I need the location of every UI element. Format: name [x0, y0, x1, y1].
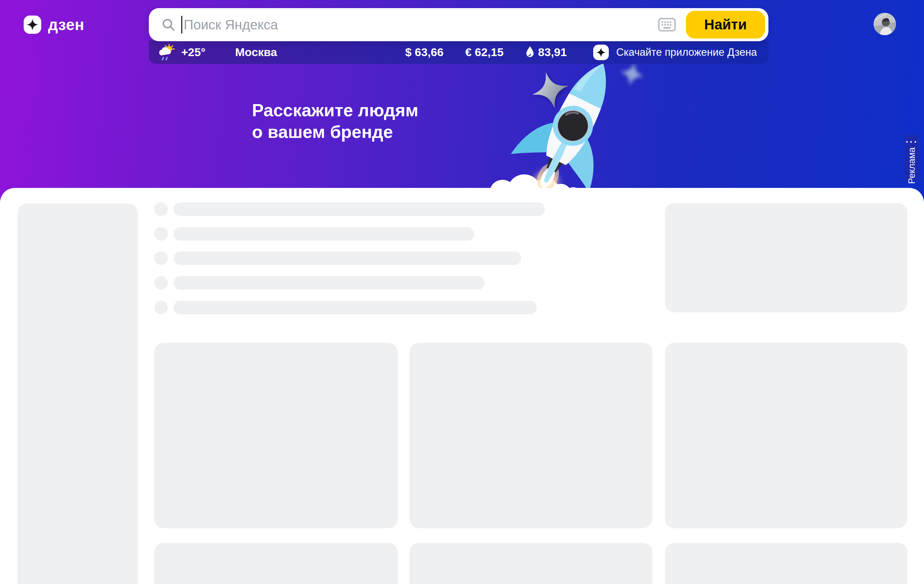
skeleton-bar: [173, 202, 545, 216]
headline-line2: о вашем бренде: [252, 121, 418, 143]
dzen-homepage: дзен Найти: [0, 0, 924, 584]
skeleton-row: [154, 227, 545, 241]
skeleton-row: [154, 252, 545, 265]
dzen-star-icon: [596, 47, 606, 58]
search-submit-button[interactable]: Найти: [686, 11, 765, 38]
keyboard-icon[interactable]: [658, 18, 676, 32]
silver-star-icon: [526, 66, 574, 114]
oil-price: 83,91: [538, 46, 567, 59]
weather-sun-cloud-rain-icon: [158, 44, 176, 61]
text-cursor: [181, 16, 182, 33]
dzen-mini-badge: [593, 44, 609, 60]
dzen-logo-text: дзен: [48, 16, 84, 34]
ad-menu-dots-icon[interactable]: ···: [906, 138, 918, 146]
dzen-logo-badge: [24, 16, 41, 34]
skeleton-bar: [173, 301, 537, 314]
skeleton-avatar: [154, 301, 168, 314]
sidebar-skeleton: [18, 204, 138, 584]
user-avatar[interactable]: [874, 13, 896, 35]
card-skeleton: [409, 343, 652, 528]
avatar-photo: [874, 13, 896, 35]
currency-rates: $ 63,66 € 62,15 83,91: [405, 46, 567, 59]
content-card: [0, 188, 924, 584]
ad-banner-headline[interactable]: Расскажите людям о вашем бренде: [252, 99, 418, 143]
card-skeleton: [409, 543, 652, 584]
ad-label: Реклама: [907, 147, 917, 184]
skeleton-avatar: [154, 252, 168, 265]
skeleton-avatar: [154, 202, 168, 216]
dzen-logo[interactable]: дзен: [24, 16, 84, 34]
infobar: +25° Москва $ 63,66 € 62,15 83,91: [149, 41, 769, 64]
card-skeleton: [665, 343, 908, 528]
app-download-link[interactable]: Скачайте приложение Дзена: [593, 44, 757, 60]
card-skeleton: [665, 543, 908, 584]
search-icon: [161, 17, 176, 32]
skeleton-bar: [173, 252, 521, 265]
feed-list-skeleton: [154, 202, 545, 326]
oil-droplet-icon: [525, 46, 535, 59]
dzen-star-icon: [26, 18, 38, 31]
skeleton-bar: [173, 227, 474, 241]
skeleton-row: [154, 276, 545, 290]
usd-rate[interactable]: $ 63,66: [405, 46, 444, 59]
card-skeleton: [154, 543, 398, 584]
search-bar: Найти: [149, 8, 769, 41]
rocket-illustration: [483, 41, 686, 196]
rocket-icon: [497, 39, 650, 211]
skeleton-avatar: [154, 276, 168, 290]
card-skeleton: [154, 343, 398, 528]
weather-temperature[interactable]: +25°: [181, 46, 205, 59]
search-input[interactable]: [184, 8, 658, 41]
skeleton-row: [154, 301, 545, 314]
widget-skeleton: [665, 203, 908, 312]
ad-info-tab[interactable]: ··· Реклама: [905, 135, 919, 181]
skeleton-bar: [173, 276, 485, 290]
skeleton-avatar: [154, 227, 168, 241]
eur-rate[interactable]: € 62,15: [465, 46, 503, 59]
skeleton-row: [154, 202, 545, 216]
oil-rate[interactable]: 83,91: [525, 46, 567, 59]
app-promo-text: Скачайте приложение Дзена: [616, 46, 757, 58]
headline-line1: Расскажите людям: [252, 99, 418, 121]
city-link[interactable]: Москва: [235, 46, 277, 59]
